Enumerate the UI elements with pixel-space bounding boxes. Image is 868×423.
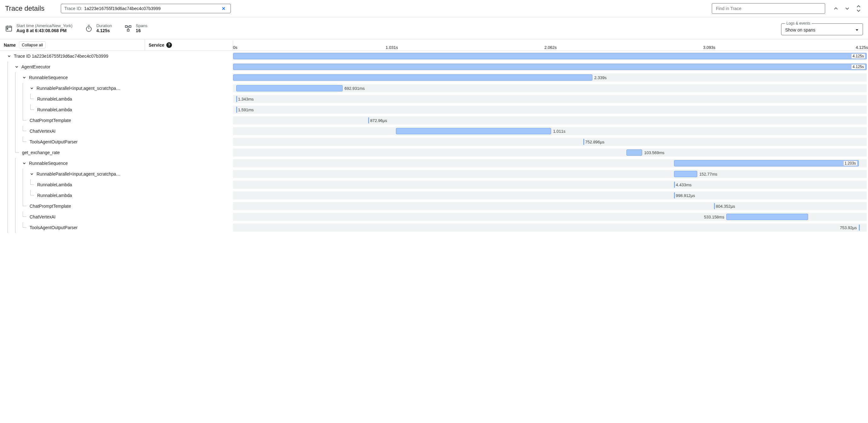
- span-row[interactable]: RunnableParallel<input,agent_scratchpa…1…: [0, 169, 868, 179]
- span-row[interactable]: RunnableLambda4.433ms: [0, 179, 868, 190]
- logs-events-select[interactable]: Logs & events Show on spans: [781, 21, 863, 35]
- trace-id-input-wrap[interactable]: Trace ID:: [61, 4, 231, 13]
- span-row[interactable]: RunnableLambda1.343ms: [0, 94, 868, 104]
- expand-chevron[interactable]: [28, 172, 35, 176]
- span-bar[interactable]: 4.125s: [233, 53, 867, 59]
- expand-chevron[interactable]: [13, 65, 20, 69]
- span-bar[interactable]: [396, 128, 551, 134]
- duration-label: Duration: [96, 23, 112, 28]
- span-name-cell: RunnableParallel<input,agent_scratchpa…: [0, 83, 145, 94]
- start-time-meta: Start time (America/New_York) Aug 8 at 6…: [5, 23, 72, 33]
- trace-id-input[interactable]: [84, 6, 220, 11]
- spans-meta: Spans 16: [124, 23, 147, 33]
- collapse-panel-button[interactable]: [854, 3, 863, 13]
- find-next-button[interactable]: [843, 4, 851, 13]
- span-row[interactable]: AgentExecutor4.125s: [0, 61, 868, 72]
- span-name-label: ChatVertexAI: [28, 129, 56, 134]
- span-duration-label: 4.125s: [851, 64, 865, 69]
- expand-chevron[interactable]: [21, 75, 28, 80]
- span-rows: Trace ID 1a223e16755f19d6ac74bec4c07b399…: [0, 51, 868, 233]
- span-bar[interactable]: 1.203s: [674, 160, 859, 166]
- span-row[interactable]: ChatVertexAI1.011s: [0, 126, 868, 137]
- expand-chevron[interactable]: [21, 161, 28, 166]
- span-bar[interactable]: [236, 85, 343, 91]
- chevron-down-icon: [30, 172, 34, 176]
- calendar-icon: [5, 25, 12, 32]
- clear-trace-id-button[interactable]: [220, 6, 227, 11]
- span-duration-label: 1.343ms: [236, 97, 254, 102]
- span-timeline-cell: 4.125s: [233, 63, 867, 71]
- span-row[interactable]: RunnableSequence2.339s: [0, 72, 868, 83]
- span-name-label: ChatPromptTemplate: [28, 118, 71, 123]
- span-row[interactable]: RunnableSequence1.203s: [0, 158, 868, 169]
- span-name-label: ChatPromptTemplate: [28, 204, 71, 209]
- start-time-label: Start time (America/New_York): [17, 23, 72, 28]
- timeline-tick: 4.125s: [856, 45, 868, 50]
- chevron-down-icon: [22, 75, 27, 80]
- span-timeline-cell: 752.896µs: [233, 138, 867, 146]
- span-row[interactable]: RunnableParallel<input,agent_scratchpa…6…: [0, 83, 868, 94]
- collapse-all-button[interactable]: Collapse all: [19, 41, 46, 49]
- spans-label: Spans: [136, 23, 147, 28]
- span-name-label: ToolsAgentOutputParser: [28, 139, 78, 144]
- close-icon: [221, 6, 226, 11]
- span-service-cell: [145, 158, 233, 169]
- span-row[interactable]: RunnableLambda1.591ms: [0, 104, 868, 115]
- expand-chevron[interactable]: [6, 54, 12, 58]
- span-row[interactable]: ChatVertexAI533.158ms: [0, 212, 868, 222]
- span-service-cell: [145, 169, 233, 179]
- spans-icon: [124, 25, 132, 32]
- span-name-label: RunnableLambda: [36, 96, 72, 102]
- span-row[interactable]: get_exchange_rate103.569ms: [0, 147, 868, 158]
- span-timeline-cell: 2.339s: [233, 74, 867, 82]
- span-name-label: RunnableParallel<input,agent_scratchpa…: [35, 171, 121, 176]
- span-bar[interactable]: [233, 75, 592, 81]
- span-timeline-cell: 692.931ms: [233, 84, 867, 92]
- span-name-cell: RunnableSequence: [0, 72, 145, 83]
- logs-events-legend: Logs & events: [785, 21, 812, 26]
- span-name-cell: RunnableLambda: [0, 190, 145, 201]
- span-name-label: RunnableLambda: [36, 182, 72, 187]
- chevron-down-icon: [844, 5, 850, 12]
- column-service-header: Service ?: [145, 40, 233, 50]
- span-row[interactable]: RunnableLambda998.912µs: [0, 190, 868, 201]
- span-service-cell: [145, 201, 233, 212]
- span-name-label: RunnableLambda: [36, 193, 72, 198]
- span-duration-label: 533.158ms: [704, 215, 726, 219]
- span-bar[interactable]: [674, 171, 698, 177]
- span-name-cell: RunnableLambda: [0, 179, 145, 190]
- span-duration-label: 753.92µs: [840, 225, 859, 230]
- span-service-cell: [145, 104, 233, 115]
- span-service-cell: [145, 222, 233, 233]
- span-bar[interactable]: [626, 149, 643, 156]
- timeline-tick: 0s: [233, 45, 238, 50]
- find-in-trace-input[interactable]: [712, 3, 825, 14]
- svg-rect-3: [125, 26, 127, 27]
- expand-chevron[interactable]: [28, 86, 35, 90]
- span-timeline-cell: 4.433ms: [233, 180, 867, 189]
- help-icon[interactable]: ?: [166, 42, 172, 48]
- span-service-cell: [145, 137, 233, 147]
- span-name-cell: RunnableLambda: [0, 104, 145, 115]
- find-prev-button[interactable]: [832, 4, 840, 13]
- span-bar[interactable]: [859, 224, 860, 231]
- span-row[interactable]: Trace ID 1a223e16755f19d6ac74bec4c07b399…: [0, 51, 868, 61]
- page-title: Trace details: [5, 4, 44, 12]
- span-row[interactable]: ToolsAgentOutputParser752.896µs: [0, 137, 868, 147]
- span-bar[interactable]: [726, 214, 808, 220]
- span-service-cell: [145, 94, 233, 104]
- span-duration-label: 872.96µs: [368, 118, 387, 123]
- span-bar[interactable]: 4.125s: [233, 64, 867, 70]
- service-column-label: Service: [149, 43, 164, 48]
- span-row[interactable]: ToolsAgentOutputParser753.92µs: [0, 222, 868, 233]
- svg-rect-1: [7, 28, 8, 29]
- header-bar: Trace details Trace ID:: [0, 0, 868, 17]
- span-row[interactable]: ChatPromptTemplate804.352µs: [0, 201, 868, 212]
- span-duration-label: 998.912µs: [674, 193, 695, 198]
- chevron-down-icon: [30, 86, 34, 90]
- chevron-down-icon: [7, 54, 11, 58]
- span-service-cell: [145, 61, 233, 72]
- dropdown-triangle-icon: [855, 28, 859, 32]
- span-row[interactable]: ChatPromptTemplate872.96µs: [0, 115, 868, 126]
- span-name-label: ChatVertexAI: [28, 214, 56, 219]
